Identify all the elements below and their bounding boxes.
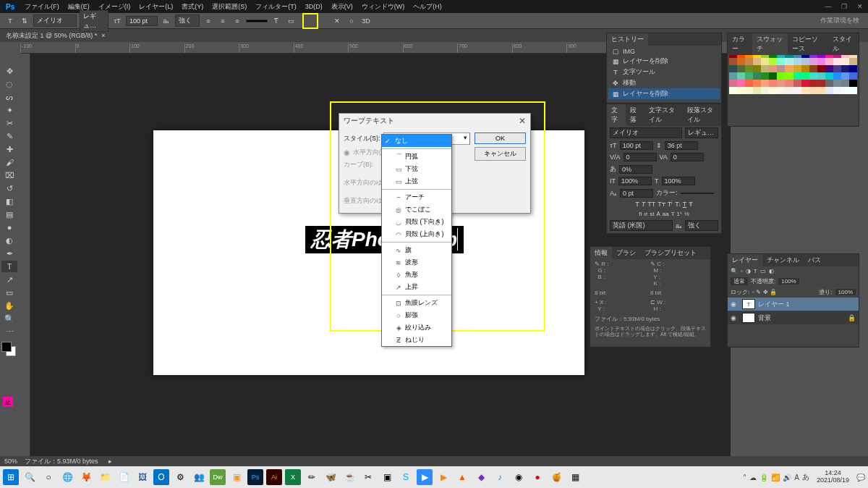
swatch[interactable] — [729, 58, 737, 65]
swatch[interactable] — [729, 80, 737, 87]
swatch[interactable] — [761, 87, 769, 94]
start-button[interactable]: ⊞ — [3, 469, 19, 485]
swatch[interactable] — [769, 87, 777, 94]
taskbar-app4-icon[interactable]: ✂ — [360, 469, 376, 485]
swatch[interactable] — [817, 58, 825, 65]
swatch[interactable] — [841, 72, 849, 80]
swatch[interactable] — [825, 72, 833, 80]
dd-squeeze[interactable]: ◈絞り込み — [382, 321, 451, 334]
menu-3d[interactable]: 3D(D) — [301, 3, 327, 10]
ok-button[interactable]: OK — [475, 132, 526, 144]
swatch[interactable] — [825, 65, 833, 72]
taskbar-obs-icon[interactable]: ▣ — [379, 469, 395, 485]
swatch[interactable] — [849, 65, 857, 72]
taskbar-vlc-icon[interactable]: ▲ — [454, 469, 470, 485]
menu-view[interactable]: 表示(V) — [327, 2, 357, 12]
taskbar-skype-icon[interactable]: S — [398, 469, 414, 485]
swatch[interactable] — [793, 87, 801, 94]
history-item[interactable]: ✥移動 — [608, 77, 720, 88]
strike-icon[interactable]: Ŧ — [689, 201, 693, 208]
menu-select[interactable]: 選択範囲(S) — [208, 2, 251, 12]
taskbar-app7-icon[interactable]: 🍯 — [548, 469, 564, 485]
swatch[interactable] — [729, 65, 737, 72]
dd-shell-upper[interactable]: ◠貝殻 (上向き) — [382, 228, 451, 240]
taskbar-excel-icon[interactable]: X — [285, 469, 301, 485]
swatch[interactable] — [729, 72, 737, 80]
taskbar-app2-icon[interactable]: 🦋 — [323, 469, 339, 485]
swatch[interactable] — [849, 72, 857, 80]
swatch[interactable] — [841, 65, 849, 72]
swatch[interactable] — [833, 80, 841, 87]
char-scaleh[interactable]: 0% — [619, 165, 652, 174]
dd-fisheye[interactable]: ⊡魚眼レンズ — [382, 297, 451, 309]
dd-flag[interactable]: ∿旗 — [382, 244, 451, 256]
swatch[interactable] — [753, 72, 761, 80]
taskbar-app-icon[interactable]: ✏ — [304, 469, 320, 485]
swatch[interactable] — [817, 87, 825, 94]
taskbar-explorer-icon[interactable]: 📁 — [97, 469, 113, 485]
blend-mode[interactable]: 通常 — [731, 277, 748, 285]
swatch[interactable] — [777, 72, 785, 80]
swatch[interactable] — [793, 65, 801, 72]
char-style[interactable]: レギュ… — [685, 127, 718, 138]
blur-tool[interactable]: ● — [1, 222, 17, 233]
st-icon[interactable]: st — [650, 211, 654, 217]
zoom-level[interactable]: 50% — [4, 458, 17, 465]
swatch[interactable] — [841, 80, 849, 87]
menu-file[interactable]: ファイル(F) — [20, 2, 64, 12]
align-left-icon[interactable]: ≡ — [203, 15, 214, 27]
swatch[interactable] — [737, 72, 745, 80]
search-icon[interactable]: 🔍 — [22, 469, 38, 485]
warp-text-button[interactable]: Ƭ — [271, 15, 282, 27]
swatch[interactable] — [777, 87, 785, 94]
taskbar-notepad-icon[interactable]: 📄 — [116, 469, 132, 485]
tab-para[interactable]: 段落 — [626, 104, 644, 126]
taskbar-app5-icon[interactable]: ◆ — [473, 469, 489, 485]
text-color-swatch[interactable] — [246, 20, 268, 22]
type-tool[interactable]: T — [1, 261, 17, 272]
tab-info[interactable]: 情報 — [590, 247, 612, 259]
allcaps-icon[interactable]: TT — [647, 201, 655, 208]
dd-rise[interactable]: ↗上昇 — [382, 281, 451, 293]
swatch[interactable] — [833, 58, 841, 65]
char-leading[interactable]: 36 pt — [665, 141, 698, 150]
tray-wifi-icon[interactable]: 📶 — [771, 474, 780, 481]
swatch[interactable] — [745, 58, 753, 65]
lasso-tool[interactable]: ᔕ — [1, 91, 17, 103]
dodge-tool[interactable]: ◐ — [1, 235, 17, 246]
taskbar-dw-icon[interactable]: Dw — [210, 469, 226, 485]
taskbar-music-icon[interactable]: ♪ — [492, 469, 508, 485]
swatch[interactable] — [753, 80, 761, 87]
character-panel-button[interactable]: ▭ — [285, 15, 297, 27]
swatch[interactable] — [833, 65, 841, 72]
eraser-tool[interactable]: ◧ — [1, 195, 17, 207]
taskbar-media-icon[interactable]: ▶ — [435, 469, 451, 485]
visibility-icon[interactable]: ◉ — [731, 300, 739, 308]
cancel-button[interactable]: キャンセル — [475, 147, 526, 161]
swatch[interactable] — [801, 72, 809, 80]
sub-icon[interactable]: Tᵢ — [675, 201, 681, 208]
sigma-icon[interactable]: σ — [644, 211, 647, 217]
swatch[interactable] — [753, 65, 761, 72]
dd-arc[interactable]: ⌒円弧 — [382, 151, 451, 163]
swatch[interactable] — [849, 80, 857, 87]
swatch[interactable] — [841, 87, 849, 94]
char-font[interactable]: メイリオ — [610, 127, 682, 138]
opacity-input[interactable]: 100% — [778, 278, 799, 285]
menu-help[interactable]: ヘルプ(H) — [409, 2, 446, 12]
char-w[interactable]: 100% — [662, 177, 695, 185]
taskbar-app6-icon[interactable]: ◉ — [511, 469, 527, 485]
swatch[interactable] — [769, 58, 777, 65]
taskbar-firefox-icon[interactable]: 🦊 — [78, 469, 94, 485]
swatch[interactable] — [745, 80, 753, 87]
swatch[interactable] — [801, 80, 809, 87]
swatch[interactable] — [809, 72, 817, 80]
taskbar-zoom-icon[interactable]: ▶ — [417, 469, 433, 485]
swatch[interactable] — [849, 87, 857, 94]
swatch[interactable] — [801, 65, 809, 72]
swatch[interactable] — [817, 80, 825, 87]
document-tab-close-icon[interactable]: × — [101, 32, 105, 39]
swatch[interactable] — [777, 65, 785, 72]
taskbar-outlook-icon[interactable]: O — [153, 469, 169, 485]
swatch[interactable] — [833, 72, 841, 80]
